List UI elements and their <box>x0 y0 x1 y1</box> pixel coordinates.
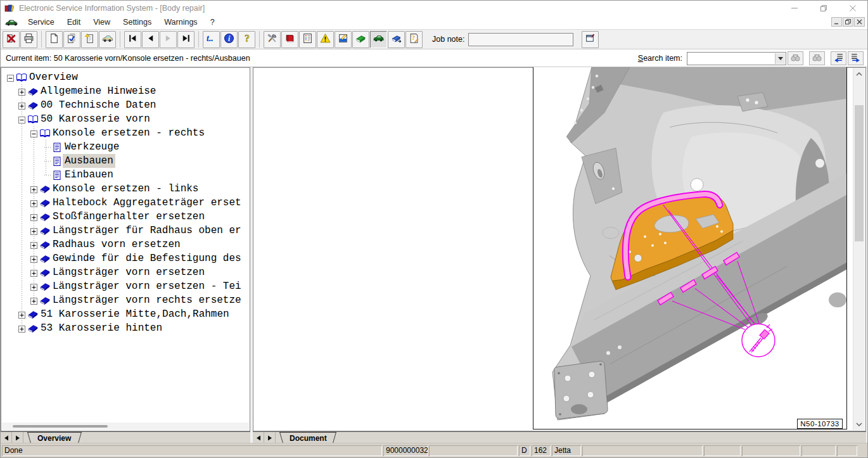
tree-connector <box>44 175 52 175</box>
tree-item-00-technische-daten[interactable]: 00 Technische Daten <box>2 98 249 112</box>
car-menu-icon <box>5 18 19 27</box>
scrollbar-thumb[interactable] <box>855 105 864 241</box>
last-item-button[interactable] <box>177 31 195 48</box>
combo-dropdown-button[interactable] <box>775 53 785 64</box>
green-car-icon <box>373 33 384 46</box>
chevron-down-icon <box>778 57 783 60</box>
search-previous-button[interactable] <box>809 51 825 65</box>
tools-button[interactable] <box>264 31 281 48</box>
tree-expander-plus[interactable] <box>30 213 37 220</box>
tree-item-l-ngstr-ger-f-r-radhaus-oben-er[interactable]: Längsträger für Radhaus oben er <box>2 224 249 238</box>
job-note-input[interactable] <box>468 33 573 46</box>
restore-button[interactable] <box>809 1 838 15</box>
close-button[interactable] <box>838 1 867 15</box>
tree-item-53-karosserie-hinten[interactable]: 53 Karosserie hinten <box>2 321 249 335</box>
new-document-button[interactable] <box>46 31 63 48</box>
locate-in-tree-button[interactable] <box>831 51 846 65</box>
nav-back-icon <box>145 33 156 46</box>
vehicle-data-button[interactable] <box>370 31 387 48</box>
tree-expander-plus[interactable] <box>30 269 37 276</box>
tree-expander-minus[interactable] <box>7 73 14 80</box>
tree-expander-plus[interactable] <box>30 283 37 289</box>
document-list-button[interactable] <box>299 31 316 48</box>
t-links-icon: t.. <box>206 33 217 46</box>
tree-expander-plus[interactable] <box>18 324 25 331</box>
tree-expander-minus[interactable] <box>30 129 37 136</box>
scroll-down-icon[interactable] <box>853 418 865 430</box>
tree-expander-plus[interactable] <box>30 241 37 248</box>
menu-[interactable]: ? <box>204 16 221 29</box>
menu-edit[interactable]: Edit <box>61 16 87 29</box>
closed-book-icon <box>39 268 51 280</box>
mdi-close-button[interactable] <box>854 17 865 27</box>
t-links-button[interactable]: t.. <box>203 31 220 48</box>
mdi-restore-button[interactable] <box>843 17 853 27</box>
tree-expander-minus[interactable] <box>18 115 25 122</box>
status-field-8 <box>801 445 836 456</box>
question-document-button[interactable]: ? <box>405 31 423 48</box>
closed-book-icon <box>27 101 39 113</box>
tree-expander-plus[interactable] <box>18 87 25 94</box>
tree-expander-plus[interactable] <box>18 101 25 108</box>
blue-book-button[interactable] <box>388 31 405 48</box>
tree-item-allgemeine-hinweise[interactable]: Allgemeine Hinweise <box>2 84 249 98</box>
scrollbar-thumb[interactable] <box>13 425 108 428</box>
tree-expander-plus[interactable] <box>30 227 37 234</box>
paint-button[interactable] <box>335 31 352 48</box>
tree-item-label: Längsträger vorn ersetzen <box>51 265 207 279</box>
properties-button[interactable] <box>582 31 599 48</box>
tree-item-sto-f-ngerhalter-ersetzen[interactable]: Stoßfängerhalter ersetzen <box>2 210 249 224</box>
tree-item-ausbauen[interactable]: Ausbauen <box>2 154 249 168</box>
exit-button[interactable] <box>3 31 20 48</box>
menu-service[interactable]: Service <box>22 16 61 29</box>
tree-item-radhaus-vorn-ersetzen[interactable]: Radhaus vorn ersetzen <box>2 238 249 251</box>
locate-next-button[interactable] <box>848 51 864 65</box>
open-book-icon <box>39 129 51 141</box>
next-item-button[interactable] <box>160 31 177 48</box>
new-note-button[interactable] <box>81 31 98 48</box>
tree-expander-plus[interactable] <box>30 255 37 262</box>
tree-item-einbauen[interactable]: Einbauen <box>2 168 249 182</box>
tree-item-gewinde-f-r-die-befestigung-des[interactable]: Gewinde für die Befestigung des <box>2 251 249 265</box>
first-item-button[interactable] <box>124 31 141 48</box>
print-button[interactable] <box>20 31 37 48</box>
tree-expander-plus[interactable] <box>30 199 37 206</box>
search-item-combobox[interactable] <box>687 52 786 65</box>
vehicle-button[interactable] <box>99 31 116 48</box>
tree-item-haltebock-aggregatetr-ger-erset[interactable]: Haltebock Aggregateträger erset <box>2 196 249 210</box>
minimize-button[interactable] <box>780 1 809 15</box>
status-field-9 <box>837 445 857 456</box>
tree-item-werkzeuge[interactable]: Werkzeuge <box>2 140 249 154</box>
menu-warnings[interactable]: Warnings <box>158 16 203 29</box>
manuals-button[interactable] <box>281 31 298 48</box>
menu-settings[interactable]: Settings <box>117 16 158 29</box>
document-check-button[interactable] <box>63 31 80 48</box>
tree-item-konsole-ersetzen-rechts[interactable]: Konsole ersetzen - rechts <box>2 126 249 140</box>
search-input[interactable] <box>687 53 774 65</box>
tree-item-overview[interactable]: Overview <box>2 70 249 84</box>
document-vertical-scrollbar[interactable] <box>853 68 865 430</box>
status-field-5 <box>582 445 703 456</box>
tree-item-51-karosserie-mitte-dach-rahmen[interactable]: 51 Karosserie Mitte,Dach,Rahmen <box>2 307 249 321</box>
help-button[interactable]: ? <box>238 31 255 48</box>
search-next-button[interactable] <box>788 51 803 65</box>
tree-item-l-ngstr-ger-vorn-ersetzen[interactable]: Längsträger vorn ersetzen <box>2 265 249 279</box>
info-button[interactable]: i <box>220 31 238 48</box>
open-book-icon <box>16 73 27 85</box>
tree-item-label: Ausbauen <box>63 154 115 168</box>
tree-expander-plus[interactable] <box>30 185 37 192</box>
tree-expander-plus[interactable] <box>30 296 37 303</box>
tree-item-l-ngstr-ger-vorn-ersetzen-tei[interactable]: Längsträger vorn ersetzen - Tei <box>2 279 249 293</box>
tree-item-konsole-ersetzen-links[interactable]: Konsole ersetzen - links <box>2 182 249 196</box>
previous-item-button[interactable] <box>142 31 159 48</box>
tree-expander-plus[interactable] <box>18 310 25 317</box>
scroll-up-icon[interactable] <box>853 68 865 80</box>
tree-horizontal-scrollbar[interactable] <box>2 423 249 430</box>
green-book-button[interactable] <box>352 31 369 48</box>
menu-view[interactable]: View <box>87 16 117 29</box>
warnings-button[interactable] <box>317 31 334 48</box>
tree-item-l-ngstr-ger-vorn-rechts-ersetze[interactable]: Längsträger vorn rechts ersetze <box>2 293 249 307</box>
mdi-minimize-button[interactable] <box>831 17 842 27</box>
document-tab-bar: Document <box>253 431 866 444</box>
tree-item-50-karosserie-vorn[interactable]: 50 Karosserie vorn <box>2 112 249 126</box>
